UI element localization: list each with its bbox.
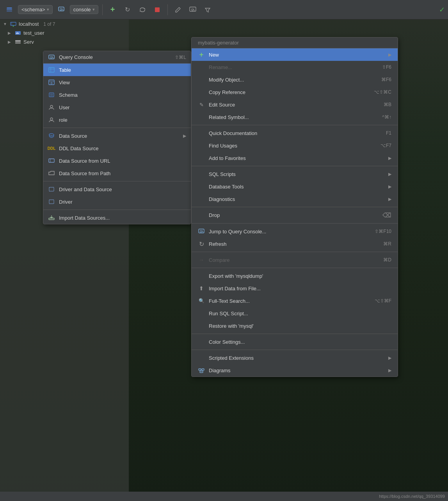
menu-item-ddl[interactable]: DDL DDL Data Source [43,142,191,155]
serv-icon [15,39,21,45]
refresh-button[interactable]: ↻ [121,4,134,16]
status-bar: https://blog.csdn.net/qq_39314099 [0,492,448,501]
menu-item-edit-source[interactable]: ✎ Edit Source ⌘B [192,98,398,111]
menu-item-table[interactable]: Table [43,64,191,76]
menu-item-role[interactable]: role [43,114,191,126]
svg-point-29 [49,134,54,136]
menu-item-import-file[interactable]: ⬆ Import Data from File... [192,282,398,295]
menu-item-quickdoc[interactable]: Quick Documentation F1 [192,127,398,139]
svg-rect-32 [49,187,54,191]
sql-scripts-icon [198,171,205,178]
filter-button[interactable] [201,4,214,16]
color-icon [198,338,205,345]
favorites-icon [198,155,205,162]
ql-button[interactable]: QL [187,4,199,16]
checkmark-area: ✓ [439,5,445,14]
menu-item-new[interactable]: + New ▶ [192,48,398,61]
menu-item-db-tools[interactable]: Database Tools ▶ [192,180,398,193]
svg-rect-10 [11,22,16,25]
console-label: console [73,7,91,12]
tree-arrow-serv: ▶ [8,40,12,44]
menu-item-restore[interactable]: Restore with 'mysql' [192,320,398,332]
menu-item-diagnostics[interactable]: Diagnostics ▶ [192,193,398,205]
color-label: Color Settings... [209,339,245,345]
testuser-label: test_user [23,30,44,36]
menu-item-drop[interactable]: Drop ⌫ [192,209,398,222]
tree-item-localhost[interactable]: ▼ localhost 1 of 7 [0,20,129,28]
datasource-url-icon [48,157,55,164]
query-console-shortcut: ⇧⌘L [175,55,186,60]
menu-item-run-sql[interactable]: Run SQL Script... [192,307,398,320]
menu-item-find-usages[interactable]: Find Usages ⌥F7 [192,139,398,152]
menu-item-datasource-url[interactable]: Data Source from URL [43,155,191,167]
favorites-label: Add to Favorites [209,155,246,161]
tree-item-serv[interactable]: ▶ Serv [0,37,129,46]
svg-rect-1 [7,9,12,10]
modify-icon [198,76,205,83]
menu-item-schema[interactable]: Schema [43,89,191,101]
menu-item-refresh[interactable]: ↻ Refresh ⌘R [192,238,398,250]
svg-point-27 [50,105,53,108]
quickdoc-icon [198,130,205,137]
schema-dropdown[interactable]: <schema> ▾ [18,5,53,14]
menu-item-export-dump[interactable]: Export with 'mysqldump' [192,270,398,282]
db-tools-icon [198,183,205,190]
menu-item-driver[interactable]: Driver [43,195,191,208]
menu-item-color[interactable]: Color Settings... [192,336,398,348]
menu-item-view[interactable]: View [43,76,191,89]
menu-item-scripted[interactable]: Scripted Extensions ▶ [192,352,398,364]
user-icon [48,104,55,111]
view-icon [48,79,55,86]
table-label: Table [59,67,71,73]
svg-rect-19 [49,68,54,72]
menu-item-datasource[interactable]: Data Source ▶ [43,130,191,142]
svg-point-24 [51,82,52,84]
add-button[interactable]: + [107,4,119,16]
menu-item-related[interactable]: Related Symbol... ^⌘↑ [192,111,398,123]
svg-rect-30 [49,159,54,162]
related-shortcut: ^⌘↑ [382,114,391,120]
console-dropdown[interactable]: console ▾ [70,5,98,14]
diagrams-label: Diagrams [209,368,231,373]
compare-shortcut: ⌘D [383,257,391,263]
console-icon-toolbar: QL [55,4,68,16]
query-console-icon: QL [48,54,55,61]
user-label: User [59,105,69,110]
sync-button[interactable] [136,4,149,16]
rmenu-sep-5 [192,252,398,252]
modify-label: Modify Object... [209,77,244,83]
console-arrow: ▾ [92,7,95,12]
compare-icon: → [198,256,205,263]
menu-item-datasource-path[interactable]: Data Source from Path [43,167,191,179]
restore-label: Restore with 'mysql' [209,323,254,329]
db-icon [3,4,16,16]
menu-item-fulltext[interactable]: 🔍 Full-Text Search... ⌥⇧⌘F [192,295,398,307]
menu-item-sql-scripts[interactable]: SQL Scripts ▶ [192,168,398,180]
favorites-arrow: ▶ [388,156,391,161]
tree-item-testuser[interactable]: ▶ db test_user [0,28,129,37]
import-label: Import Data Sources... [59,215,110,221]
modify-shortcut: ⌘F6 [381,77,391,82]
refresh-shortcut: ⌘R [383,241,391,247]
menu-item-driver-ds[interactable]: Driver and Data Source [43,183,191,195]
menu-item-modify[interactable]: Modify Object... ⌘F6 [192,73,398,86]
diagnostics-label: Diagnostics [209,196,235,202]
fulltext-label: Full-Text Search... [209,298,250,304]
menu-item-jump-console[interactable]: QL Jump to Query Console... ⇧⌘F10 [192,225,398,238]
quickdoc-shortcut: F1 [386,130,391,136]
svg-text:QL: QL [50,56,54,59]
menu-item-import[interactable]: Import Data Sources... [43,211,191,224]
menu-item-favorites[interactable]: Add to Favorites ▶ [192,152,398,164]
diagnostics-arrow: ▶ [388,197,391,202]
role-icon [48,116,55,123]
drop-shortcut: ⌫ [382,211,391,219]
menu-item-user[interactable]: User [43,101,191,114]
menu-item-compare: → Compare ⌘D [192,254,398,266]
menu-item-query-console[interactable]: QL Query Console ⇧⌘L [43,51,191,64]
menu-item-diagrams[interactable]: Diagrams ▶ [192,364,398,377]
stop-button[interactable] [151,4,164,16]
menu-item-copy-ref[interactable]: Copy Reference ⌥⇧⌘C [192,86,398,98]
datasource-arrow: ▶ [183,133,186,139]
edit-pen-button[interactable] [172,4,184,16]
rename-label: Rename... [209,64,232,70]
